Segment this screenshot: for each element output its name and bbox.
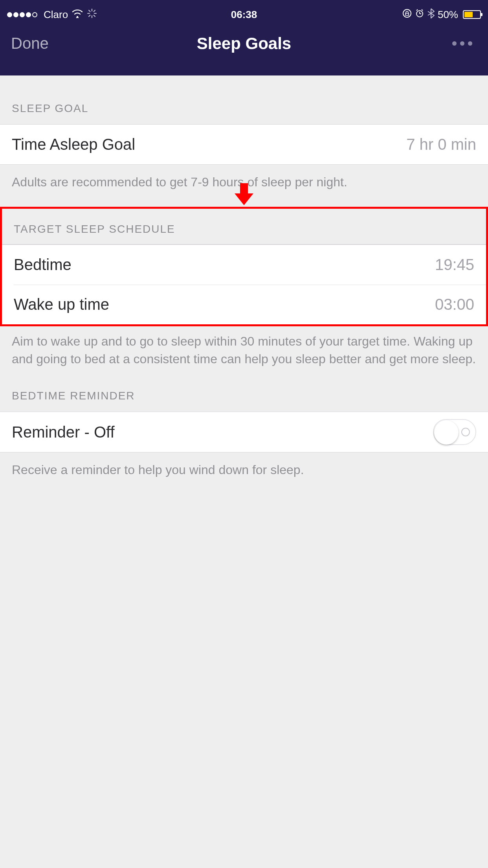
status-left: Claro xyxy=(7,8,97,21)
svg-line-14 xyxy=(422,9,423,11)
bluetooth-icon xyxy=(427,8,435,21)
time-asleep-goal-value: 7 hr 0 min xyxy=(406,136,476,153)
time-asleep-goal-row[interactable]: Time Asleep Goal 7 hr 0 min xyxy=(0,124,488,165)
svg-line-8 xyxy=(89,15,90,17)
sleep-goal-section-header: SLEEP GOAL xyxy=(0,75,488,124)
bedtime-label: Bedtime xyxy=(14,256,72,274)
content: SLEEP GOAL Time Asleep Goal 7 hr 0 min A… xyxy=(0,75,488,479)
wifi-icon xyxy=(72,9,83,21)
signal-strength-icon xyxy=(7,12,37,17)
done-button[interactable]: Done xyxy=(11,35,49,52)
svg-line-6 xyxy=(94,15,95,17)
reminder-row: Reminder - Off xyxy=(0,412,488,452)
reminder-label: Reminder - Off xyxy=(12,423,115,441)
battery-icon xyxy=(463,10,481,19)
target-sleep-schedule-highlight: TARGET SLEEP SCHEDULE Bedtime 19:45 Wake… xyxy=(0,207,488,326)
loading-spinner-icon xyxy=(87,8,97,21)
wake-up-time-label: Wake up time xyxy=(14,296,109,313)
more-dots-icon xyxy=(452,41,457,46)
nav-bar: Done Sleep Goals xyxy=(0,23,488,52)
wake-up-time-row[interactable]: Wake up time 03:00 xyxy=(2,285,486,324)
toggle-knob xyxy=(434,420,459,445)
wake-up-time-value: 03:00 xyxy=(435,296,474,313)
svg-line-5 xyxy=(89,10,90,12)
svg-line-7 xyxy=(94,10,95,12)
bedtime-reminder-header: BEDTIME REMINDER xyxy=(0,368,488,412)
target-sleep-schedule-footer: Aim to wake up and to go to sleep within… xyxy=(0,326,488,368)
status-right: 50% xyxy=(402,8,481,21)
target-sleep-schedule-header: TARGET SLEEP SCHEDULE xyxy=(2,209,486,244)
carrier-label: Claro xyxy=(44,9,68,21)
page-title: Sleep Goals xyxy=(0,34,488,53)
svg-line-13 xyxy=(416,9,418,11)
status-bar: Claro 06:38 50% xyxy=(0,3,488,23)
bedtime-row[interactable]: Bedtime 19:45 xyxy=(2,245,486,285)
reminder-toggle[interactable] xyxy=(433,419,476,445)
bedtime-value: 19:45 xyxy=(435,256,474,274)
alarm-icon xyxy=(415,9,424,21)
more-button[interactable] xyxy=(452,41,477,46)
bedtime-reminder-footer: Receive a reminder to help you wind down… xyxy=(0,452,488,479)
orientation-lock-icon xyxy=(402,9,412,21)
header: Claro 06:38 50% Done Sleep Goals xyxy=(0,0,488,75)
battery-percentage: 50% xyxy=(438,9,458,21)
time-asleep-goal-label: Time Asleep Goal xyxy=(12,136,135,153)
toggle-ring-icon xyxy=(461,428,470,436)
svg-point-0 xyxy=(77,16,78,17)
